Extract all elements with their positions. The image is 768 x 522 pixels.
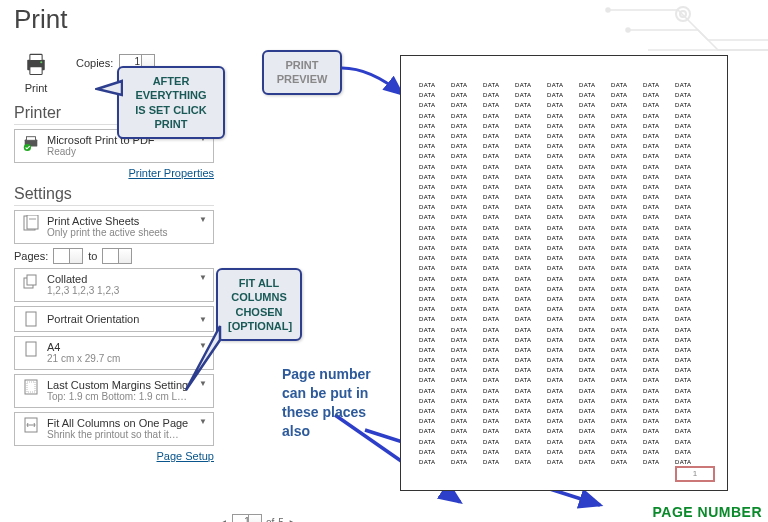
- callout-arrow: [95, 75, 123, 99]
- copies-label: Copies:: [76, 57, 113, 69]
- print-button-label: Print: [25, 82, 48, 94]
- callout-preview: PRINT PREVIEW: [262, 50, 342, 95]
- svg-rect-17: [26, 342, 36, 356]
- printer-properties-link[interactable]: Printer Properties: [14, 167, 214, 179]
- prev-page-icon[interactable]: ◄: [218, 517, 228, 523]
- callout-arrow: [182, 324, 222, 394]
- chevron-down-icon: ▼: [199, 315, 207, 324]
- print-button[interactable]: Print: [14, 50, 58, 94]
- next-page-icon[interactable]: ►: [288, 517, 298, 523]
- pages-row: Pages: to: [14, 248, 214, 264]
- collation-dropdown[interactable]: Collated 1,2,3 1,2,3 1,2,3 ▼: [14, 268, 214, 302]
- svg-point-2: [606, 8, 610, 12]
- pages-from-spinner[interactable]: [53, 248, 83, 264]
- margins-icon: [21, 379, 41, 395]
- preview-page-number: 1: [675, 466, 715, 482]
- svg-point-7: [40, 61, 42, 63]
- annotation-page-number: Page number can be put in these places a…: [282, 365, 392, 441]
- svg-rect-15: [27, 275, 36, 285]
- page-number-label: PAGE NUMBER: [653, 504, 762, 520]
- decorative-circuit: [568, 0, 768, 60]
- svg-rect-16: [26, 312, 36, 326]
- settings-header: Settings: [14, 185, 214, 206]
- svg-rect-6: [30, 67, 42, 75]
- pages-to-spinner[interactable]: [102, 248, 132, 264]
- svg-point-10: [24, 144, 31, 151]
- chevron-down-icon: ▼: [199, 215, 207, 224]
- svg-rect-5: [30, 54, 42, 60]
- portrait-icon: [21, 311, 41, 327]
- fit-columns-icon: [21, 417, 41, 433]
- printer-icon: [21, 50, 51, 78]
- paper-icon: [21, 341, 41, 357]
- scaling-dropdown[interactable]: Fit All Columns on One Page Shrink the p…: [14, 412, 214, 446]
- collated-icon: [21, 273, 41, 289]
- callout-fit: FIT ALL COLUMNS CHOSEN [OPTIONAL]: [216, 268, 302, 341]
- preview-data-grid: DATADATADATADATADATADATADATADATADATADATA…: [419, 80, 709, 467]
- print-preview: DATADATADATADATADATADATADATADATADATADATA…: [400, 55, 728, 491]
- callout-print: AFTER EVERYTHING IS SET CLICK PRINT: [117, 66, 225, 139]
- chevron-down-icon: ▼: [199, 273, 207, 282]
- svg-point-3: [626, 28, 630, 32]
- sheets-icon: [21, 215, 41, 231]
- svg-rect-13: [29, 218, 36, 220]
- page-navigator[interactable]: ◄ 1 of 5 ►: [218, 514, 298, 522]
- print-what-dropdown[interactable]: Print Active Sheets Only print the activ…: [14, 210, 214, 244]
- printer-status-icon: [21, 134, 41, 152]
- printer-status: Ready: [47, 146, 195, 157]
- svg-rect-12: [27, 215, 38, 229]
- page-setup-link[interactable]: Page Setup: [14, 450, 214, 462]
- chevron-down-icon: ▼: [199, 417, 207, 426]
- svg-rect-9: [27, 137, 36, 141]
